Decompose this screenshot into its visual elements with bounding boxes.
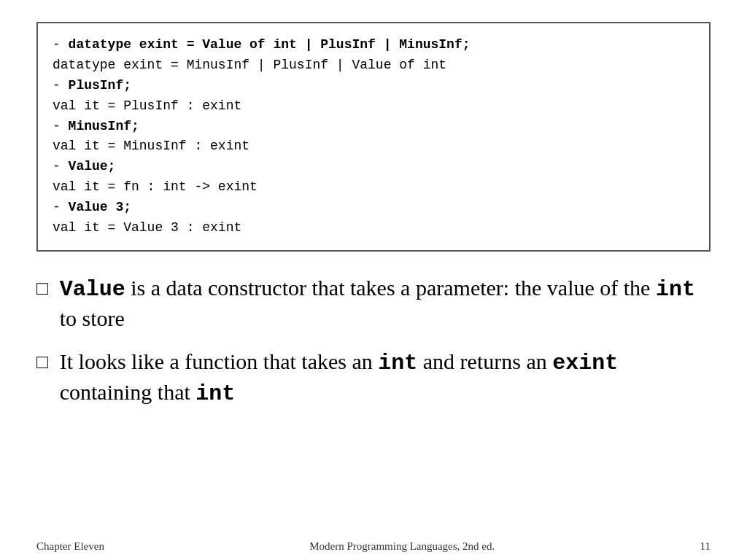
code-line-1: - datatype exint = Value of int | PlusIn… — [53, 35, 694, 55]
bullet-item-1: □ Value is a data constructor that takes… — [36, 273, 711, 334]
exint-keyword: exint — [552, 351, 618, 376]
bullet-text-1: Value is a data constructor that takes a… — [60, 273, 711, 334]
value-keyword: Value — [60, 277, 125, 302]
main-content: - datatype exint = Value of int | PlusIn… — [0, 0, 747, 534]
code-bold-7: Value; — [69, 159, 116, 174]
bullet-text-2: It looks like a function that takes an i… — [60, 347, 711, 409]
code-bold-5: MinusInf; — [69, 119, 139, 133]
code-line-6: val it = MinusInf : exint — [53, 136, 694, 157]
int-keyword-1: int — [656, 277, 695, 302]
int-keyword-3: int — [196, 381, 235, 406]
code-line-5: - MinusInf; — [53, 117, 694, 137]
code-line-7: - Value; — [53, 157, 694, 177]
code-bold-1: datatype exint = Value of int | PlusInf … — [69, 37, 471, 52]
code-box: - datatype exint = Value of int | PlusIn… — [36, 22, 711, 252]
code-line-10: val it = Value 3 : exint — [53, 218, 694, 238]
footer-left: Chapter Eleven — [36, 540, 104, 553]
bullet-section: □ Value is a data constructor that takes… — [36, 266, 711, 422]
code-line-9: - Value 3; — [53, 198, 694, 218]
bullet-item-2: □ It looks like a function that takes an… — [36, 347, 711, 409]
code-line-2: datatype exint = MinusInf | PlusInf | Va… — [53, 55, 694, 76]
bullet-icon-2: □ — [36, 349, 48, 375]
footer-right: 11 — [700, 540, 711, 553]
code-line-3: - PlusInf; — [53, 76, 694, 96]
int-keyword-2: int — [378, 351, 417, 376]
code-line-4: val it = PlusInf : exint — [53, 96, 694, 117]
bullet-icon-1: □ — [36, 276, 48, 301]
footer: Chapter Eleven Modern Programming Langua… — [0, 534, 747, 560]
code-bold-9: Value 3; — [69, 200, 131, 214]
code-bold-3: PlusInf; — [69, 78, 131, 93]
code-line-8: val it = fn : int -> exint — [53, 177, 694, 198]
footer-center: Modern Programming Languages, 2nd ed. — [309, 540, 495, 553]
